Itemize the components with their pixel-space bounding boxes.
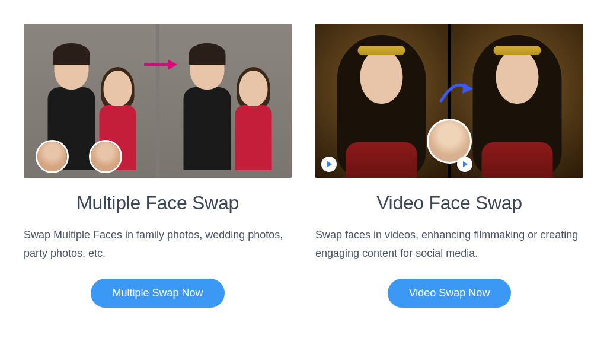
card-title: Multiple Face Swap bbox=[24, 192, 292, 214]
before-video-frame bbox=[315, 24, 448, 178]
card-title: Video Face Swap bbox=[315, 192, 583, 214]
multiple-swap-now-button[interactable]: Multiple Swap Now bbox=[91, 279, 224, 308]
card-video-face-swap: Video Face Swap Swap faces in videos, en… bbox=[315, 24, 583, 308]
after-image bbox=[159, 24, 292, 178]
video-swap-preview-image bbox=[315, 24, 583, 178]
before-image bbox=[24, 24, 156, 178]
arrow-curved-icon bbox=[439, 77, 473, 106]
feature-cards-container: Multiple Face Swap Swap Multiple Faces i… bbox=[24, 24, 583, 308]
source-face-thumbnail-2 bbox=[89, 140, 122, 173]
multiple-swap-preview-image bbox=[24, 24, 292, 178]
play-icon bbox=[457, 157, 472, 172]
svg-marker-2 bbox=[462, 83, 473, 94]
card-description: Swap faces in videos, enhancing filmmaki… bbox=[315, 226, 583, 262]
card-description: Swap Multiple Faces in family photos, we… bbox=[24, 226, 292, 262]
source-face-thumbnail-1 bbox=[36, 140, 69, 173]
play-icon bbox=[321, 157, 337, 172]
arrow-right-icon bbox=[144, 58, 177, 74]
video-swap-now-button[interactable]: Video Swap Now bbox=[388, 279, 512, 308]
card-multiple-face-swap: Multiple Face Swap Swap Multiple Faces i… bbox=[24, 24, 292, 308]
svg-marker-1 bbox=[168, 59, 177, 70]
